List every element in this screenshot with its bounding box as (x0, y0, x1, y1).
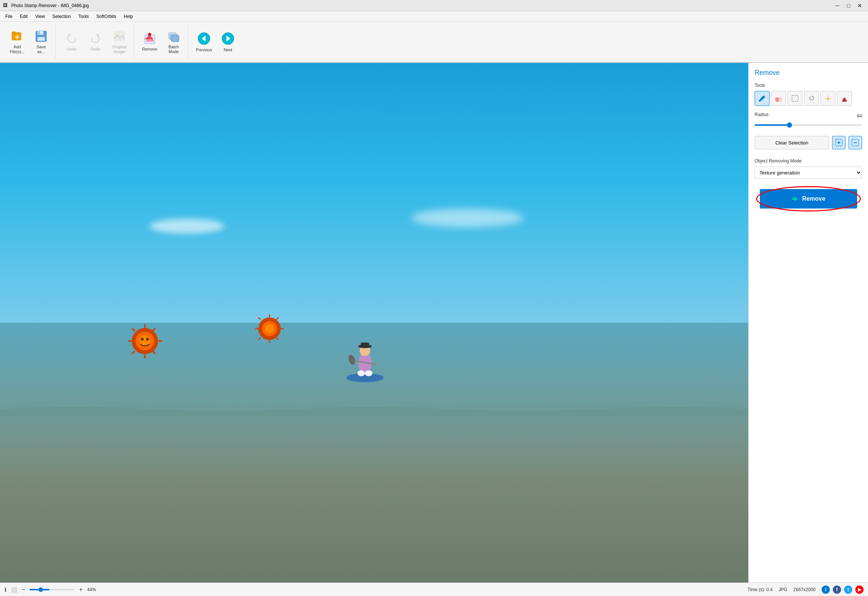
svg-point-46 (346, 373, 384, 382)
toolbar: AddFile(s)... Saveas... Undo (0, 22, 868, 63)
save-as-label: Saveas... (36, 45, 46, 54)
panel-title: Remove (755, 69, 862, 77)
redo-label: Redo (91, 47, 100, 52)
status-right: Time (s): 0.4 JPG 2667x2000 i f t ▶ (747, 586, 864, 594)
info-social-icon[interactable]: i (822, 586, 830, 594)
menu-selection[interactable]: Selection (49, 12, 74, 21)
title-bar-controls: ─ □ ✕ (832, 1, 865, 10)
save-as-button[interactable]: Saveas... (30, 27, 52, 57)
remove-action-button[interactable]: ➜ Remove (760, 189, 857, 209)
zoom-plus[interactable]: + (79, 586, 82, 593)
svg-point-52 (347, 354, 356, 366)
svg-point-34 (146, 338, 149, 341)
svg-line-42 (258, 317, 261, 320)
toolbar-group-edit: Undo Redo OriginalImage (57, 25, 134, 59)
svg-line-32 (153, 351, 155, 354)
remove-button-label: Remove (802, 195, 825, 202)
menu-edit[interactable]: Edit (16, 12, 31, 21)
radius-row: Radius 64 (755, 112, 862, 120)
twitter-icon[interactable]: t (844, 586, 852, 594)
canvas-area[interactable] (0, 63, 748, 583)
original-image-label: OriginalImage (112, 45, 127, 54)
previous-label: Previous (196, 48, 212, 52)
status-left: ℹ ⬜ − + 44% (4, 586, 741, 593)
format-label: JPG (779, 587, 787, 592)
previous-button[interactable]: Previous (193, 27, 215, 57)
radius-slider-container (755, 122, 862, 127)
svg-rect-58 (792, 95, 798, 101)
eraser-tool-button[interactable] (771, 91, 786, 106)
lasso-tool-button[interactable] (804, 91, 819, 106)
tools-label: Tools (755, 83, 862, 88)
selection-mode-btn2[interactable] (849, 136, 862, 149)
menu-file[interactable]: File (1, 12, 16, 21)
zoom-minus[interactable]: − (22, 586, 25, 593)
cloud2 (411, 209, 524, 227)
person-kayak (344, 329, 389, 385)
remove-toolbar-button[interactable]: Remove (138, 27, 161, 57)
svg-line-29 (132, 328, 135, 331)
undo-button[interactable]: Undo (60, 27, 83, 57)
svg-rect-1 (12, 32, 16, 34)
photo-scene (0, 63, 748, 583)
svg-rect-5 (37, 31, 43, 35)
clear-selection-row: Clear Selection (755, 136, 862, 149)
clear-selection-button[interactable]: Clear Selection (755, 136, 829, 149)
rect-select-tool-button[interactable] (788, 91, 802, 106)
svg-point-33 (141, 338, 144, 341)
waterline (0, 401, 748, 416)
svg-marker-63 (826, 97, 829, 100)
object-removing-mode-select[interactable]: Texture generation Smart fill Edge fill (755, 167, 862, 179)
next-icon (221, 32, 235, 46)
facebook-icon[interactable]: f (833, 586, 841, 594)
menu-view[interactable]: View (31, 12, 49, 21)
radius-value: 64 (857, 113, 862, 119)
decoration2 (255, 314, 284, 344)
magic-wand-tool-button[interactable] (820, 91, 835, 106)
menu-softorbits[interactable]: SoftOrbits (92, 12, 120, 21)
svg-rect-7 (39, 31, 39, 34)
youtube-icon[interactable]: ▶ (855, 586, 864, 594)
close-button[interactable]: ✕ (855, 1, 865, 10)
radius-label: Radius (755, 112, 768, 117)
app-icon: 🖼 (3, 3, 9, 9)
maximize-button[interactable]: □ (843, 1, 854, 10)
title-bar-text: Photo Stamp Remover - IMG_0486.jpg (11, 3, 832, 8)
add-files-button[interactable]: AddFile(s)... (6, 27, 28, 57)
remove-button-container: ➜ Remove (755, 189, 862, 209)
redo-button[interactable]: Redo (84, 27, 107, 57)
svg-line-31 (132, 351, 135, 354)
batch-mode-button[interactable]: BatchMode (162, 27, 185, 57)
minimize-button[interactable]: ─ (832, 1, 843, 10)
original-image-button[interactable]: OriginalImage (108, 27, 131, 57)
decoration1 (127, 323, 163, 359)
svg-point-37 (265, 324, 274, 333)
svg-rect-17 (171, 36, 179, 42)
remove-toolbar-label: Remove (142, 47, 158, 52)
toolbar-group-remove: Remove BatchMode (135, 25, 188, 59)
menu-help[interactable]: Help (120, 12, 137, 21)
zoom-slider[interactable] (30, 589, 74, 590)
radius-slider[interactable] (755, 124, 862, 126)
batch-mode-label: BatchMode (168, 45, 179, 54)
menu-tools[interactable]: Tools (74, 12, 92, 21)
selection-mode-btn1[interactable] (832, 136, 846, 149)
next-button[interactable]: Next (217, 27, 239, 57)
time-label: Time (s): 0.4 (747, 587, 773, 592)
stamp-tool-button[interactable] (837, 91, 852, 106)
svg-point-54 (365, 370, 372, 376)
zoom-slider-container (30, 589, 74, 590)
svg-rect-50 (361, 343, 369, 347)
tools-row (755, 91, 862, 106)
remove-arrow-icon: ➜ (791, 194, 798, 203)
undo-icon (65, 32, 78, 45)
svg-line-45 (276, 338, 278, 340)
brush-tool-button[interactable] (755, 91, 770, 106)
svg-rect-66 (842, 101, 847, 101)
add-files-label: AddFile(s)... (10, 45, 25, 54)
menu-bar: File Edit View Selection Tools SoftOrbit… (0, 11, 868, 22)
svg-point-53 (357, 370, 365, 376)
title-bar: 🖼 Photo Stamp Remover - IMG_0486.jpg ─ □… (0, 0, 868, 11)
batch-mode-icon (167, 30, 180, 43)
status-bar: ℹ ⬜ − + 44% Time (s): 0.4 JPG 2667x2000 … (0, 583, 868, 596)
